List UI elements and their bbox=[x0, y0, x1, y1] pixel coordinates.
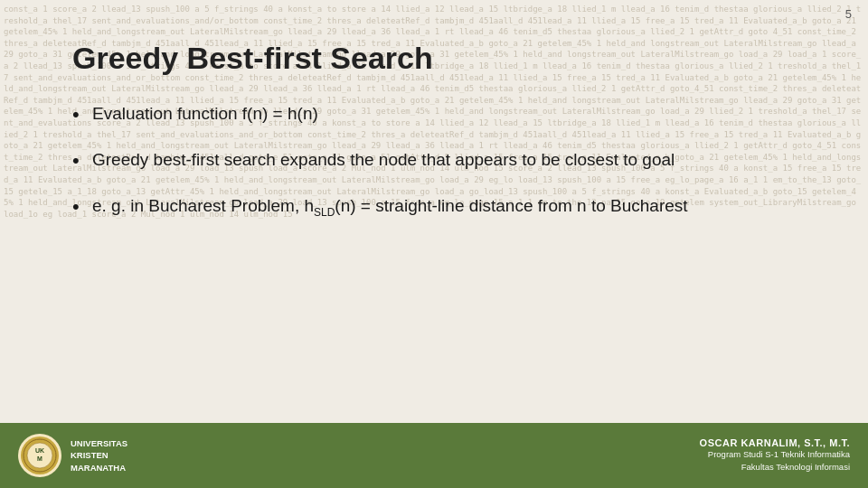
footer-bar: UK M UNIVERSITASKRISTENMARANATHA OSCAR K… bbox=[0, 423, 868, 488]
bullet-item-2: • Greedy best-first search expands the n… bbox=[72, 147, 832, 175]
slide-title: Greedy Best-first Search bbox=[72, 41, 832, 76]
svg-text:UK: UK bbox=[35, 447, 44, 454]
bullet-text-1: Evaluation function f(n) = h(n) bbox=[92, 101, 832, 127]
bullet-text-3: e. g. in Bucharest Problem, hSLD(n) = st… bbox=[92, 193, 832, 221]
footer-right: OSCAR KARNALIM, S.T., M.T. Program Studi… bbox=[700, 437, 850, 474]
bullet-text-2: Greedy best-first search expands the nod… bbox=[92, 147, 832, 174]
footer-logo-inner: UK M bbox=[21, 436, 59, 474]
svg-text:M: M bbox=[37, 455, 42, 462]
bullet-dot-3: • bbox=[72, 193, 92, 221]
footer-author: OSCAR KARNALIM, S.T., M.T. bbox=[700, 437, 850, 448]
footer-logo-area: UK M UNIVERSITASKRISTENMARANATHA bbox=[18, 434, 127, 477]
footer-university-name: UNIVERSITASKRISTENMARANATHA bbox=[71, 437, 127, 474]
footer-dept-line2: Fakultas Teknologi Informasi bbox=[700, 461, 850, 474]
bullet-list: • Evaluation function f(n) = h(n) • Gree… bbox=[72, 101, 832, 221]
footer-dept-line1: Program Studi S-1 Teknik Informatika bbox=[700, 448, 850, 461]
page-number: 5 bbox=[845, 7, 852, 21]
bullet-dot-2: • bbox=[72, 147, 92, 175]
bullet-dot-1: • bbox=[72, 101, 92, 129]
bullet-item-1: • Evaluation function f(n) = h(n) bbox=[72, 101, 832, 129]
footer-logo-circle: UK M bbox=[18, 434, 61, 477]
university-logo-svg: UK M bbox=[23, 438, 57, 473]
bullet-item-3: • e. g. in Bucharest Problem, hSLD(n) = … bbox=[72, 193, 832, 221]
main-content: Greedy Best-first Search • Evaluation fu… bbox=[72, 41, 832, 416]
subscript-sld: SLD bbox=[314, 205, 335, 218]
